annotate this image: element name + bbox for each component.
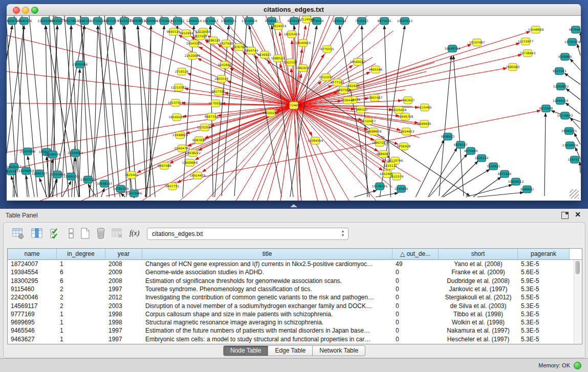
unselect-all-columns-icon[interactable] [65,227,77,239]
cell-pagerank: 5.3E-5 [518,285,570,293]
tab-network-table[interactable]: Network Table [313,345,365,356]
node-label: 8471626 [498,172,512,176]
cell-short: Tibbo et al. (1998) [439,310,518,318]
node-label: 17016504 [242,19,257,23]
node-label: 9245652 [520,187,534,191]
node-label: 12093832 [130,19,146,23]
select-all-columns-icon[interactable] [49,227,61,239]
window-titlebar[interactable]: citations_edges.txt [7,4,581,16]
node-label: 12213383 [171,85,187,89]
node-label: 18325419 [284,32,300,36]
node-label: 7632621 [355,19,369,23]
node-label: 16782759 [113,187,129,190]
table-row[interactable]: 946362711997Embryonic stem cells: a mode… [8,335,574,343]
table-row[interactable]: 2242004622012Investigating the contribut… [8,293,574,301]
node-label: 2718126 [175,70,189,73]
column-header-title[interactable]: title [142,249,393,259]
cell-in_degree: 2 [57,285,105,293]
node-label: 8454749 [245,49,258,52]
close-panel-icon[interactable]: ✕ [575,210,581,218]
cell-title: Investigating the contribution of common… [142,293,393,301]
table-selector-dropdown[interactable]: citations_edges.txt ▲▼ [147,228,349,240]
function-builder-icon[interactable]: f(x) [129,229,139,237]
node-label: 9777169 [331,80,344,84]
node-label: 12942757 [32,171,48,175]
node-label: 9474444 [569,28,581,31]
node-label: 7625402 [125,173,139,177]
node-label: 15751074 [157,19,172,23]
float-panel-icon[interactable] [561,212,569,219]
node-label: 9329966 [558,55,572,58]
tab-edge-table[interactable]: Edge Table [268,345,313,356]
cell-in_degree: 1 [57,310,105,318]
table-settings-icon[interactable] [12,227,24,239]
cell-out_de: 0 [393,310,439,318]
node-label: 9660126 [167,30,181,33]
cell-name: 19384554 [8,268,57,276]
node-label: 16543382 [186,41,202,45]
table-row[interactable]: 977716911998Corpus callosum shape and si… [8,310,574,318]
network-canvas[interactable]: 2405572420691406210533461065322715278028… [7,16,581,201]
table-row[interactable]: 969969511998Structural magnetic resonanc… [8,318,574,326]
cell-name: 9463627 [8,335,57,343]
table-row[interactable]: 1872400712008Changes of HCN gene express… [8,260,574,268]
node-label: 9931553 [7,169,18,173]
memory-status-icon[interactable] [574,362,581,369]
node-label: 11548908 [528,28,544,31]
cell-short: Franke et al. (2009) [439,268,518,276]
table-panel-title: Table Panel [6,212,38,219]
cell-pagerank: 5.3E-5 [518,318,570,326]
column-header-name[interactable]: name [8,249,57,259]
node-label: 1862635 [296,66,310,70]
table-row[interactable]: 911546021997Tourette syndrome. Phenomeno… [8,285,574,293]
node-label: 10653227 [50,19,66,23]
cell-pagerank: 5.3E-5 [518,302,570,310]
resize-grip-icon[interactable] [570,189,579,199]
vertical-scrollbar[interactable] [574,260,581,343]
node-label: 1733426 [395,187,408,190]
node-label: 9775515 [320,47,334,51]
splitter-handle-icon[interactable] [290,204,297,207]
node-label: 9115460 [418,105,432,109]
node-label: 9329966 [144,19,158,23]
node-label: 2876768 [232,45,246,49]
node-label: 10688609 [366,129,382,133]
cell-year: 2008 [105,277,142,285]
cell-year: 1997 [105,285,142,293]
column-header-pagerank[interactable]: pagerank [518,249,570,259]
node-label: 2935114 [475,156,489,160]
cell-year: 2003 [105,302,142,310]
node-label: 19738493 [520,51,536,55]
cell-title: Corpus callosum shape and size in male p… [142,310,393,318]
show-column-icon[interactable] [31,227,43,239]
column-header-out_de[interactable]: △ out_de... [393,249,439,259]
delete-table-icon[interactable] [95,227,107,239]
table-row[interactable]: 946554611997Estimation of the future num… [8,326,574,335]
table-row[interactable]: 1938455462009Genome-wide association stu… [8,268,574,276]
node-label: 15693231 [561,129,577,133]
column-header-short[interactable]: short [439,249,518,259]
node-label: 20206576 [45,152,61,156]
node-label: 16107487 [469,40,485,44]
cell-short: Yano et al. (2008) [439,260,518,268]
node-label: 15136141 [372,184,388,188]
column-header-year[interactable]: year [105,249,142,259]
table-row[interactable]: 1830029562008Estimation of significance … [8,277,574,285]
cell-title: Changes of HCN gene expression and I(f) … [142,260,393,268]
column-header-in_degree[interactable]: in_degree [57,249,105,259]
tab-node-table[interactable]: Node Table [223,345,269,356]
node-label: 1167533 [568,158,581,161]
cell-short: Wolkin et al. (1998) [439,318,518,326]
node-label: 16210643 [557,114,573,117]
node-label: 13505135 [63,174,79,178]
node-label: 9327508 [220,41,233,45]
scrollbar-thumb[interactable] [575,261,580,274]
cell-pagerank: 5.3E-5 [518,260,570,268]
window-title: citations_edges.txt [7,6,581,13]
table-selector-value: citations_edges.txt [152,230,203,237]
node-label: 9497588 [158,164,171,167]
new-table-icon[interactable] [79,227,91,239]
cell-short: Jankovic et al. (1997) [439,285,518,293]
cell-year: 1997 [105,326,142,335]
table-row[interactable]: 1456911722003Disruption of a novel membe… [8,302,574,310]
